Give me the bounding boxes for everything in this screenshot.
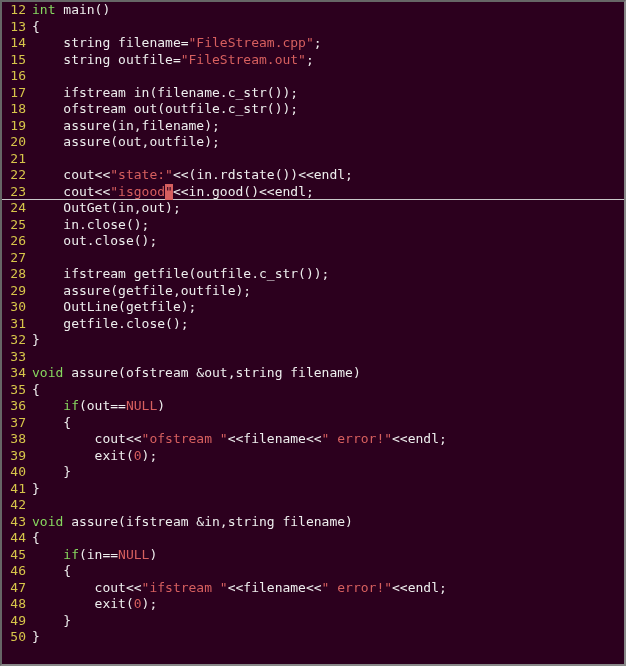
token-plain: <<endl;: [392, 431, 447, 446]
line-number: 25: [2, 217, 30, 234]
code-content[interactable]: void assure(ofstream &out,string filenam…: [30, 365, 361, 382]
code-line[interactable]: 44{: [2, 530, 624, 547]
code-line[interactable]: 37 {: [2, 415, 624, 432]
code-line[interactable]: 34void assure(ofstream &out,string filen…: [2, 365, 624, 382]
token-plain: ;: [314, 35, 322, 50]
line-number: 32: [2, 332, 30, 349]
code-content[interactable]: in.close();: [30, 217, 149, 234]
code-line[interactable]: 25 in.close();: [2, 217, 624, 234]
token-kw: int: [32, 2, 55, 17]
token-null: NULL: [118, 547, 149, 562]
code-line[interactable]: 47 cout<<"ifstream "<<filename<<" error!…: [2, 580, 624, 597]
token-plain: cout<<: [32, 167, 110, 182]
code-content[interactable]: {: [30, 415, 71, 432]
token-kw: void: [32, 365, 63, 380]
code-line[interactable]: 12int main(): [2, 2, 624, 19]
code-content[interactable]: {: [30, 382, 40, 399]
code-content[interactable]: string filename="FileStream.cpp";: [30, 35, 322, 52]
code-content[interactable]: void assure(ifstream &in,string filename…: [30, 514, 353, 531]
code-content[interactable]: }: [30, 332, 40, 349]
code-line[interactable]: 22 cout<<"state:"<<(in.rdstate())<<endl;: [2, 167, 624, 184]
code-line[interactable]: 35{: [2, 382, 624, 399]
code-line[interactable]: 41}: [2, 481, 624, 498]
cursor: ": [165, 184, 173, 201]
code-editor[interactable]: 12int main()13{14 string filename="FileS…: [2, 2, 624, 646]
token-str: " error!": [322, 431, 392, 446]
code-content[interactable]: if(in==NULL): [30, 547, 157, 564]
code-line[interactable]: 29 assure(getfile,outfile);: [2, 283, 624, 300]
code-content[interactable]: ifstream in(filename.c_str());: [30, 85, 298, 102]
code-content[interactable]: OutGet(in,out);: [30, 200, 181, 217]
code-line[interactable]: 14 string filename="FileStream.cpp";: [2, 35, 624, 52]
line-number: 31: [2, 316, 30, 333]
code-content[interactable]: assure(out,outfile);: [30, 134, 220, 151]
token-plain: OutGet(in,out);: [32, 200, 181, 215]
code-content[interactable]: {: [30, 530, 40, 547]
code-content[interactable]: getfile.close();: [30, 316, 189, 333]
code-content[interactable]: if(out==NULL): [30, 398, 165, 415]
code-content[interactable]: [30, 151, 32, 168]
token-plain: );: [142, 596, 158, 611]
code-content[interactable]: exit(0);: [30, 448, 157, 465]
code-content[interactable]: OutLine(getfile);: [30, 299, 196, 316]
code-content[interactable]: string outfile="FileStream.out";: [30, 52, 314, 69]
code-line[interactable]: 23 cout<<"isgood"<<in.good()<<endl;: [2, 184, 624, 201]
token-plain: {: [32, 19, 40, 34]
code-content[interactable]: assure(getfile,outfile);: [30, 283, 251, 300]
code-content[interactable]: assure(in,filename);: [30, 118, 220, 135]
code-line[interactable]: 28 ifstream getfile(outfile.c_str());: [2, 266, 624, 283]
code-line[interactable]: 30 OutLine(getfile);: [2, 299, 624, 316]
code-content[interactable]: cout<<"isgood"<<in.good()<<endl;: [30, 184, 314, 200]
code-line[interactable]: 50}: [2, 629, 624, 646]
code-line[interactable]: 24 OutGet(in,out);: [2, 200, 624, 217]
line-number: 38: [2, 431, 30, 448]
code-line[interactable]: 21: [2, 151, 624, 168]
code-content[interactable]: [30, 349, 32, 366]
code-line[interactable]: 31 getfile.close();: [2, 316, 624, 333]
code-content[interactable]: [30, 250, 32, 267]
code-content[interactable]: int main(): [30, 2, 110, 19]
code-line[interactable]: 33: [2, 349, 624, 366]
code-line[interactable]: 16: [2, 68, 624, 85]
code-content[interactable]: ofstream out(outfile.c_str());: [30, 101, 298, 118]
code-line[interactable]: 42: [2, 497, 624, 514]
code-content[interactable]: cout<<"ofstream "<<filename<<" error!"<<…: [30, 431, 447, 448]
code-line[interactable]: 49 }: [2, 613, 624, 630]
code-line[interactable]: 26 out.close();: [2, 233, 624, 250]
code-content[interactable]: ifstream getfile(outfile.c_str());: [30, 266, 329, 283]
code-line[interactable]: 36 if(out==NULL): [2, 398, 624, 415]
code-line[interactable]: 40 }: [2, 464, 624, 481]
token-str: "FileStream.out": [181, 52, 306, 67]
code-line[interactable]: 18 ofstream out(outfile.c_str());: [2, 101, 624, 118]
code-line[interactable]: 27: [2, 250, 624, 267]
code-line[interactable]: 45 if(in==NULL): [2, 547, 624, 564]
code-content[interactable]: [30, 68, 32, 85]
code-line[interactable]: 15 string outfile="FileStream.out";: [2, 52, 624, 69]
code-line[interactable]: 32}: [2, 332, 624, 349]
code-content[interactable]: }: [30, 481, 40, 498]
line-number: 42: [2, 497, 30, 514]
code-content[interactable]: out.close();: [30, 233, 157, 250]
code-line[interactable]: 17 ifstream in(filename.c_str());: [2, 85, 624, 102]
code-content[interactable]: cout<<"ifstream "<<filename<<" error!"<<…: [30, 580, 447, 597]
token-plain: string outfile=: [32, 52, 181, 67]
code-content[interactable]: {: [30, 19, 40, 36]
code-content[interactable]: }: [30, 613, 71, 630]
line-number: 50: [2, 629, 30, 646]
code-content[interactable]: }: [30, 464, 71, 481]
code-line[interactable]: 13{: [2, 19, 624, 36]
line-number: 21: [2, 151, 30, 168]
code-line[interactable]: 43void assure(ifstream &in,string filena…: [2, 514, 624, 531]
code-content[interactable]: cout<<"state:"<<(in.rdstate())<<endl;: [30, 167, 353, 184]
code-line[interactable]: 20 assure(out,outfile);: [2, 134, 624, 151]
code-line[interactable]: 39 exit(0);: [2, 448, 624, 465]
code-content[interactable]: {: [30, 563, 71, 580]
code-line[interactable]: 46 {: [2, 563, 624, 580]
code-line[interactable]: 19 assure(in,filename);: [2, 118, 624, 135]
code-line[interactable]: 48 exit(0);: [2, 596, 624, 613]
code-content[interactable]: exit(0);: [30, 596, 157, 613]
code-content[interactable]: }: [30, 629, 40, 646]
line-number: 12: [2, 2, 30, 19]
code-line[interactable]: 38 cout<<"ofstream "<<filename<<" error!…: [2, 431, 624, 448]
code-content[interactable]: [30, 497, 32, 514]
